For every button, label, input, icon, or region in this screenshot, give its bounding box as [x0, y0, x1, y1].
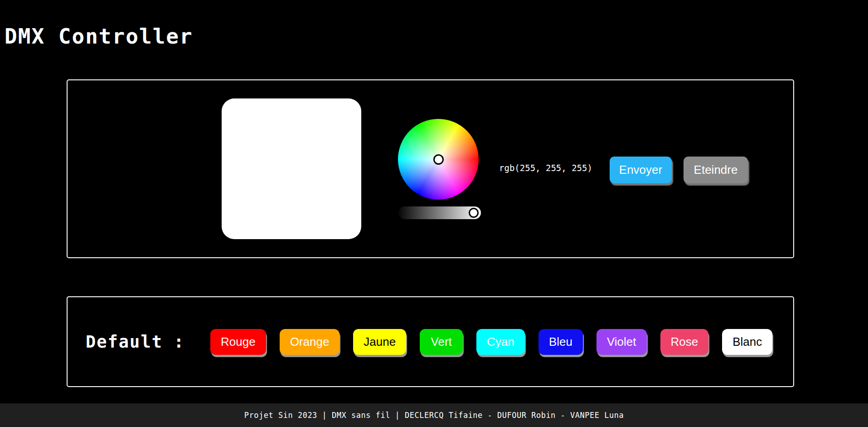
- default-button-orange[interactable]: Orange: [280, 329, 340, 355]
- default-button-rose[interactable]: Rose: [660, 329, 709, 355]
- defaults-label: Default :: [86, 297, 184, 386]
- default-button-jaune[interactable]: Jaune: [353, 329, 406, 355]
- rgb-value-text: rgb(255, 255, 255): [499, 163, 592, 173]
- dmx-controller-page: DMX Controller rgb(255, 255, 255) Envoye…: [0, 0, 868, 427]
- default-button-vert[interactable]: Vert: [420, 329, 463, 355]
- color-picker-panel: rgb(255, 255, 255) Envoyer Eteindre: [67, 79, 794, 258]
- send-button[interactable]: Envoyer: [610, 157, 672, 183]
- brightness-slider[interactable]: [398, 206, 481, 219]
- color-preview-swatch: [222, 98, 361, 239]
- brightness-slider-handle[interactable]: [469, 208, 479, 218]
- default-button-bleu[interactable]: Bleu: [538, 329, 583, 355]
- default-colors-panel: Default : RougeOrangeJauneVertCyanBleuVi…: [67, 296, 794, 387]
- default-button-blanc[interactable]: Blanc: [722, 329, 772, 355]
- color-wheel[interactable]: [398, 119, 479, 200]
- default-button-violet[interactable]: Violet: [596, 329, 647, 355]
- page-title: DMX Controller: [5, 24, 193, 49]
- default-button-rouge[interactable]: Rouge: [210, 329, 266, 355]
- footer-bar: Projet Sin 2023 | DMX sans fil | DECLERC…: [0, 403, 868, 427]
- color-wheel-handle[interactable]: [433, 154, 444, 165]
- turn-off-button[interactable]: Eteindre: [684, 157, 748, 183]
- default-button-cyan[interactable]: Cyan: [476, 329, 525, 355]
- preset-buttons-row: RougeOrangeJauneVertCyanBleuVioletRoseBl…: [210, 297, 772, 386]
- footer-credits-text: Projet Sin 2023 | DMX sans fil | DECLERC…: [244, 411, 624, 420]
